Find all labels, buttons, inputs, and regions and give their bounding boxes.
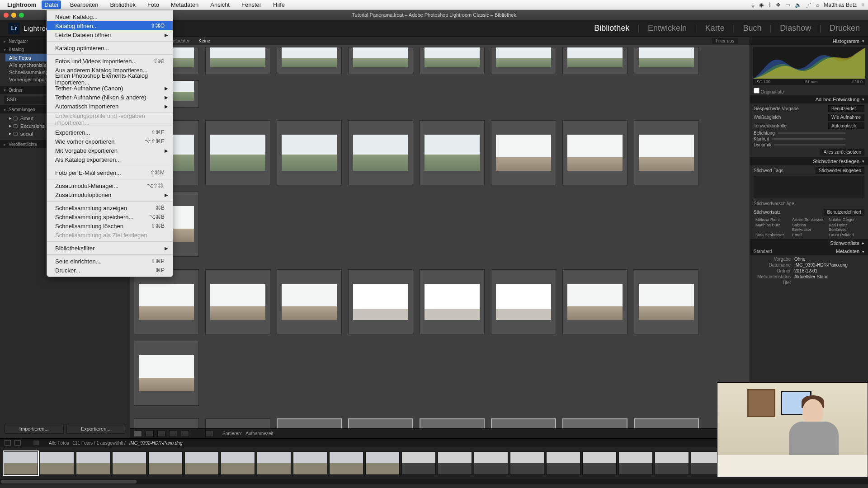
menu-item[interactable]: Katalog optimieren... (47, 43, 173, 52)
thumbnail-cell[interactable] (134, 341, 199, 406)
filmstrip-thumb[interactable] (148, 451, 183, 475)
kw-suggestion[interactable]: Aileen Benkesser (792, 217, 826, 222)
grid-mini-icon[interactable] (33, 441, 39, 445)
thumbnail-cell[interactable] (491, 47, 556, 74)
menu-item[interactable]: Katalog öffnen...⇧⌘O (47, 21, 173, 30)
menu-foto[interactable]: Foto (145, 0, 162, 9)
thumbnail-cell[interactable] (205, 47, 270, 74)
view-people-icon[interactable] (181, 431, 189, 437)
volume-icon[interactable]: 🔈 (795, 2, 802, 8)
grid-view[interactable] (130, 45, 750, 428)
kw-suggestion[interactable]: Natalie Geiger (829, 217, 863, 222)
kw-suggestion[interactable]: Email (792, 233, 826, 237)
filmstrip-thumb[interactable] (510, 451, 544, 475)
filmstrip-thumb[interactable] (221, 451, 255, 475)
minimize-window-icon[interactable] (11, 13, 16, 18)
thumbnail-cell[interactable] (634, 120, 699, 185)
thumbnail-cell[interactable] (562, 47, 627, 74)
import-button[interactable]: Importieren... (5, 424, 64, 434)
view-survey-icon[interactable] (169, 431, 177, 437)
menu-item[interactable]: Zusatzmodul-Manager...⌥⇧⌘, (47, 181, 173, 190)
filmstrip-thumb[interactable] (329, 451, 363, 475)
thumbnail-cell[interactable] (634, 269, 699, 334)
reset-button[interactable]: Alles zurücksetzen (821, 149, 864, 155)
module-buch[interactable]: Buch (743, 23, 762, 33)
view-grid-icon[interactable] (134, 431, 142, 437)
module-karte[interactable]: Karte (705, 23, 725, 33)
menu-datei[interactable]: Datei (42, 0, 61, 9)
thumbnail-cell[interactable] (348, 47, 413, 74)
slider-klarheit[interactable] (772, 138, 845, 140)
filter-preset[interactable]: Filter aus (712, 38, 738, 44)
second-monitor-1-icon[interactable] (5, 440, 11, 446)
kw-tags-select[interactable]: Stichwörter eingeben (816, 167, 864, 174)
thumbnail-cell[interactable] (562, 120, 627, 185)
menu-item[interactable]: Tether-Aufnahme (Nikon & andere)▶ (47, 93, 173, 102)
user-name[interactable]: Matthias Butz (824, 2, 857, 8)
breadcrumb-source[interactable]: Alle Fotos (49, 441, 69, 446)
thumbnail-cell[interactable] (491, 120, 556, 185)
menu-item[interactable]: Zusatzmoduloptionen▶ (47, 190, 173, 199)
thumbnail-cell[interactable] (277, 418, 342, 428)
thumbnail-cell[interactable] (491, 418, 556, 428)
menu-hilfe[interactable]: Hilfe (270, 0, 288, 9)
dropbox-icon[interactable]: ❖ (776, 2, 781, 8)
filter-keine[interactable]: Keine (198, 38, 210, 43)
filmstrip-thumb[interactable] (40, 451, 74, 475)
module-bibliothek[interactable]: Bibliothek (594, 23, 629, 33)
menu-item[interactable]: Automatisch importieren▶ (47, 102, 173, 111)
menu-item[interactable]: Wie vorher exportieren⌥⇧⌘E (47, 137, 173, 146)
notification-icon[interactable]: ≡ (861, 2, 864, 8)
view-loupe-icon[interactable] (146, 431, 154, 437)
slider-belichtung[interactable] (778, 132, 845, 134)
maximize-window-icon[interactable] (19, 13, 24, 18)
menu-bearbeiten[interactable]: Bearbeiten (67, 0, 101, 9)
filmstrip-thumb[interactable] (474, 451, 508, 475)
kwlist-header[interactable]: Stichwortliste▸ (750, 239, 868, 247)
sort-value[interactable]: Aufnahmezeit (245, 431, 273, 436)
slider-dynamik[interactable] (774, 144, 845, 145)
thumbnail-cell[interactable] (420, 120, 485, 185)
app-name[interactable]: Lightroom (7, 1, 36, 8)
menu-fenster[interactable]: Fenster (239, 0, 264, 9)
kw-suggestion[interactable]: Matthias Butz (755, 223, 789, 232)
menu-item[interactable]: Bibliotheksfilter▶ (47, 244, 173, 253)
menu-item[interactable]: Foto per E-Mail senden...⇧⌘M (47, 168, 173, 177)
thumbnail-cell[interactable] (562, 269, 627, 334)
meta-value[interactable]: Ohne (794, 257, 805, 262)
thumbnail-cell[interactable] (420, 418, 485, 428)
view-compare-icon[interactable] (157, 431, 165, 437)
menu-item[interactable]: Fotos und Videos importieren...⇧⌘I (47, 56, 173, 66)
thumbnail-cell[interactable] (205, 269, 270, 334)
menu-item[interactable]: Drucker...⌘P (47, 266, 173, 275)
meta-value[interactable]: 2018-12-01 (794, 268, 817, 273)
histogram-header[interactable]: Histogramm▾ (750, 37, 868, 45)
menu-item[interactable]: Schnellsammlung anzeigen⌘B (47, 203, 173, 212)
thumbnail-cell[interactable] (420, 269, 485, 334)
filmstrip-thumb[interactable] (618, 451, 653, 475)
thumbnail-cell[interactable] (277, 120, 342, 185)
thumbnail-cell[interactable] (348, 269, 413, 334)
filmstrip-thumb[interactable] (401, 451, 436, 475)
menu-item[interactable]: Einen Photoshop Elements-Katalog importi… (47, 75, 173, 84)
menu-item[interactable]: Schnellsammlung speichern...⌥⌘B (47, 212, 173, 221)
filmstrip-thumb[interactable] (4, 451, 38, 475)
menu-bibliothek[interactable]: Bibliothek (108, 0, 138, 9)
kw-suggestion[interactable]: Sabrina Benkesser (792, 223, 826, 232)
search-icon[interactable]: ⌕ (816, 2, 819, 8)
filmstrip-thumb[interactable] (76, 451, 110, 475)
thumbnail-cell[interactable] (634, 47, 699, 74)
keywords-header[interactable]: Stichwörter festlegen▾ (750, 157, 868, 165)
bluetooth-icon[interactable]: ᛒ (768, 2, 771, 8)
filmstrip-thumb[interactable] (184, 451, 219, 475)
thumbnail-cell[interactable] (420, 47, 485, 74)
filmstrip-thumb[interactable] (365, 451, 400, 475)
thumbnail-cell[interactable] (491, 269, 556, 334)
battery-icon[interactable]: ▭ (785, 2, 790, 8)
thumbnail-cell[interactable] (348, 418, 413, 428)
second-monitor-2-icon[interactable] (14, 440, 21, 446)
filmstrip-thumb[interactable] (112, 451, 146, 475)
tone-select[interactable]: Automatisch (828, 122, 864, 129)
traffic-lights[interactable] (4, 13, 24, 18)
wb-select[interactable]: Wie Aufnahme (828, 114, 864, 121)
